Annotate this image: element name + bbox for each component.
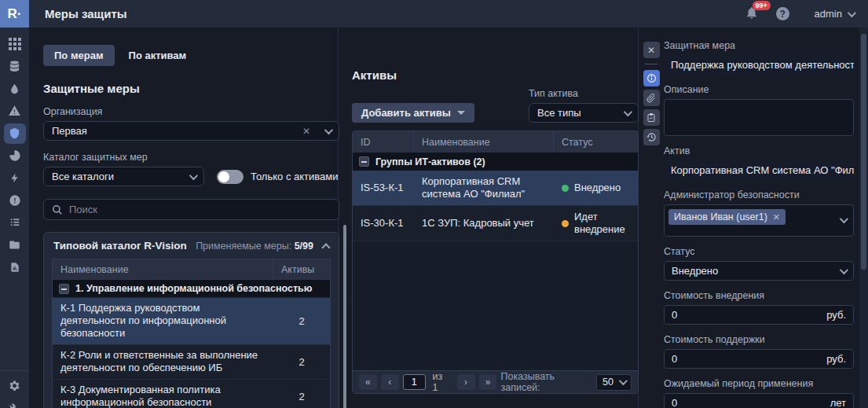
username: admin	[815, 8, 842, 20]
notifications-badge: 99+	[753, 1, 771, 10]
sidebar-item-alerts[interactable]	[4, 190, 26, 211]
help-button[interactable]: ?	[776, 7, 789, 20]
measure-group-row[interactable]: 1. Управление информационной безопасност…	[53, 280, 330, 297]
add-assets-button[interactable]: Добавить активы	[352, 103, 474, 123]
sidebar-item-risks[interactable]	[4, 101, 26, 121]
sidebar-item-tools[interactable]	[4, 399, 26, 408]
remove-tag-icon[interactable]: ✕	[773, 212, 780, 222]
sidebar-item-apps[interactable]	[4, 34, 26, 54]
attachments-tab-button[interactable]	[643, 90, 660, 106]
clear-icon[interactable]: ✕	[302, 126, 310, 137]
scrollbar-thumb[interactable]	[861, 34, 866, 270]
folder-icon	[8, 239, 21, 251]
asset-name: Корпоративная CRM система АО "Филиал"	[414, 171, 554, 205]
sidebar-item-incidents[interactable]	[4, 79, 26, 99]
sidebar-item-analytics[interactable]	[4, 145, 26, 166]
cost-support-value: 0	[672, 353, 677, 365]
pagination-bar: « ‹ 1 из 1 › » Показывать записей: 50	[353, 370, 638, 393]
cost-support-input[interactable]: 0 руб.	[664, 349, 854, 369]
page-input[interactable]: 1	[403, 374, 426, 390]
tasks-tab-button[interactable]	[643, 109, 660, 126]
sidebar-item-documents[interactable]	[4, 235, 26, 255]
sidebar-item-events[interactable]	[4, 167, 26, 188]
collapse-icon[interactable]	[321, 243, 330, 252]
measures-search-input[interactable]: Поиск	[43, 199, 339, 220]
sidebar-item-settings[interactable]	[4, 376, 26, 396]
column-header-assets[interactable]: Активы	[273, 264, 330, 275]
sidebar-item-tasks[interactable]	[4, 212, 26, 233]
column-header-id[interactable]: ID	[353, 131, 414, 153]
assets-table-card: ID Наименование Статус Группы ИТ-активов…	[352, 130, 639, 394]
table-row[interactable]: К-3 Документированная политика информаци…	[53, 379, 330, 408]
table-row[interactable]: К-1 Поддержка руководством деятельности …	[53, 297, 330, 344]
status-dot-green	[562, 185, 569, 192]
asset-name: 1С ЗУП: Кадровый учет	[414, 206, 554, 241]
group-checkbox[interactable]	[59, 284, 69, 294]
catalog-card-title: Типовой каталог R-Vision	[53, 240, 187, 252]
add-assets-label: Добавить активы	[361, 107, 451, 119]
first-page-button[interactable]: «	[359, 374, 377, 390]
sidebar-item-security-measures[interactable]	[4, 123, 26, 144]
cost-implementation-input[interactable]: 0 руб.	[664, 305, 854, 325]
close-details-button[interactable]: ✕	[643, 42, 660, 58]
column-header-name[interactable]: Наименование	[53, 259, 273, 280]
tab-by-measures[interactable]: По мерам	[43, 45, 115, 66]
organization-select[interactable]: Первая ✕	[43, 121, 339, 141]
measures-panel: По мерам По активам Защитные меры Органи…	[43, 28, 339, 408]
column-header-name[interactable]: Наименование	[414, 131, 554, 153]
scrollbar-thumb[interactable]	[343, 225, 346, 408]
asset-id: IS-30-К-1	[353, 206, 414, 241]
clipboard-check-icon	[646, 112, 656, 123]
prev-page-button[interactable]: ‹	[381, 374, 399, 390]
applied-measures: Применяемые меры: 5/99	[196, 241, 313, 252]
catalog-label: Каталог защитных мер	[43, 152, 339, 163]
wrench-icon	[9, 402, 21, 408]
sidebar-item-assets[interactable]	[4, 56, 26, 76]
toggle-knob	[218, 171, 229, 182]
organization-label: Организация	[43, 106, 339, 117]
chevron-down-icon	[189, 171, 198, 179]
column-header-status[interactable]: Статус	[554, 131, 638, 153]
asset-type-select[interactable]: Все типы	[529, 103, 639, 123]
history-tab-button[interactable]	[643, 129, 660, 145]
user-menu[interactable]: admin	[815, 8, 854, 20]
per-page-select[interactable]: 50	[596, 374, 632, 391]
sidebar-item-reports[interactable]	[4, 257, 26, 278]
catalog-select[interactable]: Все каталоги	[43, 167, 204, 186]
currency-unit: руб.	[826, 353, 846, 365]
only-with-assets-label: Только с активами	[251, 171, 338, 182]
last-page-button[interactable]: »	[479, 374, 497, 390]
security-admin-select[interactable]: Иванов Иван (user1)✕	[664, 204, 854, 237]
status-dot-orange	[562, 220, 569, 227]
page-total: из 1	[433, 371, 450, 393]
details-scrollbar[interactable]	[859, 28, 868, 408]
only-with-assets-toggle[interactable]	[217, 170, 244, 184]
app-logo[interactable]: R·	[0, 0, 29, 28]
description-textarea[interactable]	[664, 99, 854, 136]
security-admin-label: Администратор безопасности	[664, 189, 854, 200]
details-icon-strip: ✕	[643, 42, 660, 145]
measure-assets-count: 2	[273, 345, 330, 379]
status-select[interactable]: Внедрено	[664, 261, 854, 281]
table-row[interactable]: IS-30-К-1 1С ЗУП: Кадровый учет Идет вне…	[353, 206, 638, 241]
strip-divider	[645, 64, 657, 64]
tab-by-assets[interactable]: По активам	[118, 45, 198, 66]
asset-group-row[interactable]: Группы ИТ-активов (2)	[353, 153, 638, 171]
table-row[interactable]: IS-53-К-1 Корпоративная CRM система АО "…	[353, 171, 638, 206]
next-page-button[interactable]: ›	[457, 374, 475, 390]
notifications-button[interactable]: 99+	[745, 6, 762, 23]
info-tab-button[interactable]	[643, 70, 660, 86]
sidebar-rail	[0, 28, 29, 408]
table-row[interactable]: К-2 Роли и ответственные за выполнение д…	[53, 344, 330, 379]
group-checkbox[interactable]	[359, 156, 369, 167]
cost-support-label: Стоимость поддержки	[664, 334, 854, 345]
measure-name: К-2 Роли и ответственные за выполнение д…	[53, 345, 273, 379]
period-input[interactable]: 0 лет	[664, 393, 854, 408]
droplet-icon	[9, 83, 20, 95]
sidebar-divider	[0, 370, 29, 371]
chevron-down-icon	[848, 8, 856, 17]
catalog-card: Типовой каталог R-Vision Применяемые мер…	[43, 232, 339, 408]
measure-field[interactable]: Поддержка руководством деятельности по и	[664, 55, 854, 75]
asset-field[interactable]: Корпоративная CRM система АО "Филиал"	[664, 160, 854, 180]
cost-implementation-value: 0	[672, 309, 677, 321]
